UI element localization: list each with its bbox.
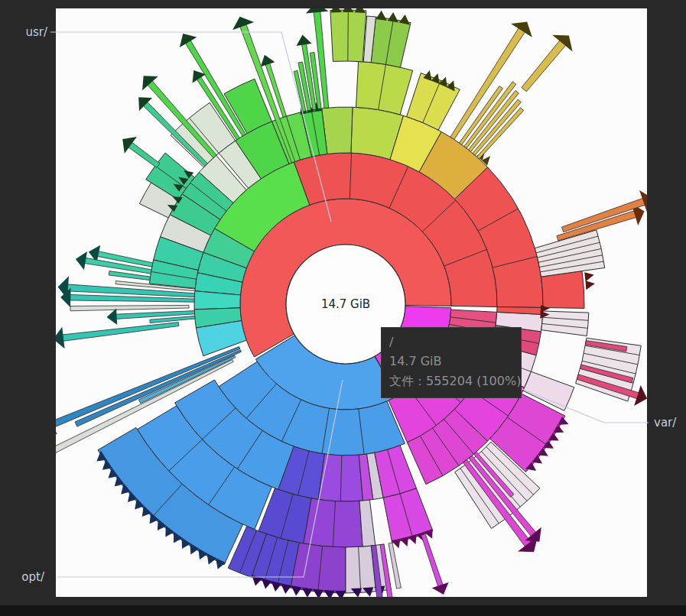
disk-usage-analyzer-window: usr/ var/ opt/ 14.7 GiB / 14.7 GiB 文件：55… xyxy=(0,0,686,616)
tooltip: / 14.7 GiB 文件：555204 (100%) xyxy=(381,327,522,398)
total-size-label: 14.7 GiB xyxy=(292,297,399,311)
segment-label-var: var/ xyxy=(654,416,684,430)
tooltip-file-count: 文件：555204 (100%) xyxy=(389,371,513,391)
bottom-bar xyxy=(0,605,686,616)
arc-segment[interactable] xyxy=(541,271,585,309)
tooltip-path: / xyxy=(389,332,513,352)
segment-label-opt: opt/ xyxy=(11,570,44,584)
arc-divider xyxy=(348,10,349,61)
tooltip-size: 14.7 GiB xyxy=(389,352,513,371)
arc-segment[interactable] xyxy=(291,543,346,593)
segment-label-usr: usr/ xyxy=(14,25,47,39)
